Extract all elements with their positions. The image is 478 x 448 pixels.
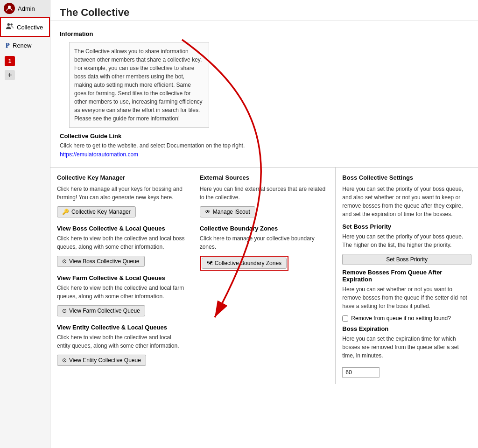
key-icon: 🔑 xyxy=(62,209,69,215)
view-entity-icon: ⊙ xyxy=(62,357,67,364)
panels-container: Collective Key Manager Click here to man… xyxy=(50,167,478,384)
right-panel: Boss Collective Settings Here you can se… xyxy=(336,168,478,384)
farm-queue-desc: Click here to view both the collective a… xyxy=(57,284,186,301)
boss-queue-section-title: View Boss Collective & Local Queues xyxy=(57,225,186,232)
sidebar: Admin Collective 𝐏 Renew 1 + xyxy=(0,0,50,448)
boss-queue-desc: Click here to view both the collective a… xyxy=(57,234,186,251)
checkbox-label: Remove from queue if no setting found? xyxy=(351,315,450,322)
priority-title: Set Boss Priority xyxy=(342,223,471,230)
right-panel-title: Boss Collective Settings xyxy=(342,174,471,181)
info-section-title: Information xyxy=(60,30,469,37)
number-badge[interactable]: 1 xyxy=(5,56,15,66)
top-info-section: Information The Collective allows you to… xyxy=(50,21,478,162)
badge-row: 1 xyxy=(5,56,45,66)
admin-icon xyxy=(4,3,15,14)
main-content: The Collective Information The Collectiv… xyxy=(50,0,478,448)
iscout-icon: 👁 xyxy=(205,209,211,215)
middle-panel-desc: Here you can find external sources that … xyxy=(200,185,329,202)
btn-collective-boundary-zones[interactable]: 🗺 Collective Boundary Zones xyxy=(202,258,287,269)
admin-header: Admin xyxy=(0,0,50,17)
btn-farm-collective-queue[interactable]: ⊙ View Farm Collective Queue xyxy=(57,305,145,316)
checkbox-row: Remove from queue if no setting found? xyxy=(342,315,471,322)
admin-label: Admin xyxy=(18,5,35,12)
left-panel: Collective Key Manager Click here to man… xyxy=(50,168,193,384)
expiration-desc: Here you can set the expiration time for… xyxy=(342,335,471,360)
expiration-input[interactable] xyxy=(342,367,380,378)
btn-set-boss-priority[interactable]: Set Boss Priority xyxy=(342,254,471,265)
view-farm-icon: ⊙ xyxy=(62,308,67,314)
guide-section-title: Collective Guide Link xyxy=(60,133,469,140)
sidebar-item-collective[interactable]: Collective xyxy=(0,17,50,37)
guide-desc: Click here to get to the website, and se… xyxy=(60,142,469,149)
svg-point-0 xyxy=(8,6,11,8)
svg-point-1 xyxy=(7,23,10,26)
page-title: The Collective xyxy=(60,7,469,19)
middle-panel-title: External Sources xyxy=(200,174,329,181)
plus-button[interactable]: + xyxy=(5,70,15,80)
removal-desc: Here you can set whether or not you want… xyxy=(342,285,471,310)
entity-queue-desc: Click here to view both the collective a… xyxy=(57,333,186,350)
remove-from-queue-checkbox[interactable] xyxy=(342,315,348,322)
priority-desc: Here you can set the priority of your bo… xyxy=(342,232,471,249)
boundary-highlight-box: 🗺 Collective Boundary Zones xyxy=(200,256,288,271)
view-boss-icon: ⊙ xyxy=(62,258,67,265)
btn-boss-collective-queue[interactable]: ⊙ View Boss Collective Queue xyxy=(57,256,145,267)
btn-collective-key-manager[interactable]: 🔑 Collective Key Manager xyxy=(57,206,136,217)
paypal-icon: 𝐏 xyxy=(6,42,10,49)
middle-panel: External Sources Here you can find exter… xyxy=(193,168,336,384)
entity-queue-section-title: View Entity Collective & Local Queues xyxy=(57,324,186,331)
btn-entity-collective-queue[interactable]: ⊙ View Entity Collective Queue xyxy=(57,355,146,366)
farm-queue-section-title: View Farm Collective & Local Queues xyxy=(57,274,186,281)
info-text-box: The Collective allows you to share infor… xyxy=(69,42,209,128)
people-icon xyxy=(6,22,14,32)
removal-title: Remove Bosses From Queue After Expiratio… xyxy=(342,269,471,283)
sidebar-item-renew[interactable]: 𝐏 Renew xyxy=(0,37,50,54)
guide-link[interactable]: https://emulatorautomation.com xyxy=(60,151,138,158)
right-panel-desc: Here you can set the priority of your bo… xyxy=(342,185,471,218)
sidebar-item-renew-label: Renew xyxy=(13,42,31,49)
expiration-title: Boss Expiration xyxy=(342,325,471,332)
map-icon: 🗺 xyxy=(207,260,212,266)
svg-point-2 xyxy=(10,23,13,26)
sidebar-item-collective-label: Collective xyxy=(17,24,43,31)
left-panel-desc: Click here to manage all your keys for b… xyxy=(57,185,186,202)
boundary-desc: Click here to manage your collective bou… xyxy=(200,234,329,251)
boundary-section-title: Collective Boundary Zones xyxy=(200,225,329,232)
btn-manage-iscout[interactable]: 👁 Manage iScout xyxy=(200,206,255,217)
left-panel-title: Collective Key Manager xyxy=(57,174,186,181)
page-header: The Collective xyxy=(50,0,478,21)
